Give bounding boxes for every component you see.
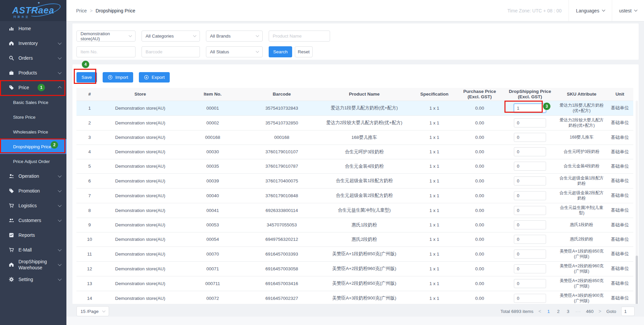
dropshipping-price-input[interactable] — [514, 191, 546, 200]
sidebar-item-orders[interactable]: Orders — [0, 51, 66, 65]
sidebar-item-inventory[interactable]: Inventory — [0, 36, 66, 51]
sidebar-item-logistics[interactable]: Logistics — [0, 198, 66, 213]
sku-attribute-cell: 爱达力1段婴儿配方奶粉(优+配方) — [557, 101, 606, 115]
goto-page-input[interactable] — [621, 307, 635, 316]
dropshipping-price-input[interactable] — [514, 133, 546, 142]
save-button[interactable]: Save — [76, 72, 97, 83]
sidebar-item-price[interactable]: Price — [0, 80, 66, 95]
dropshipping-price-input[interactable] — [514, 176, 546, 185]
brand-name: ASTRaea — [12, 5, 54, 16]
brand-subtitle: 阿斯米亚 — [13, 15, 30, 19]
languages-menu[interactable]: Languages — [569, 0, 611, 21]
row-index-cell: 12 — [76, 261, 103, 276]
specification-cell: 1 x 1 — [413, 218, 456, 232]
unit-cell: 基础单位 — [606, 291, 633, 304]
page-size-select[interactable]: 15 /Page — [76, 306, 109, 316]
scrollbar-thumb[interactable] — [636, 256, 638, 304]
search-button[interactable]: Search — [269, 46, 292, 57]
breadcrumb-parent[interactable]: Price — [76, 8, 87, 13]
item-no-input[interactable] — [76, 46, 136, 57]
sidebar-subitem-wholesales-price[interactable]: Wholesales Price — [0, 124, 66, 139]
item-no-cell: 000168 — [178, 130, 248, 145]
barcode-input[interactable] — [142, 46, 200, 57]
sidebar-item-customers[interactable]: Customers — [0, 213, 66, 228]
item-no-cell: 00070 — [178, 247, 248, 261]
specification-cell: 1 x 1 — [413, 130, 456, 145]
item-no-cell: 00002 — [178, 115, 248, 130]
sidebar-item-operation[interactable]: Operation — [0, 169, 66, 183]
brand-select[interactable]: All Brands — [206, 31, 263, 42]
status-select[interactable]: All Status — [206, 46, 263, 57]
breadcrumb: Price > Dropshipping Price — [76, 0, 135, 21]
dropshipping-price-input[interactable] — [514, 118, 546, 127]
unit-cell: 基础单位 — [606, 276, 633, 291]
sidebar-item-products[interactable]: Products — [0, 65, 66, 80]
chevron-down-icon — [58, 41, 61, 45]
row-index-cell: 8 — [76, 203, 103, 218]
sidebar-item-reports[interactable]: Reports — [0, 228, 66, 242]
sku-attribute-cell: 合生元超级金装1段配方奶粉 — [557, 173, 606, 188]
sidebar-item-promotion[interactable]: Promotion — [0, 183, 66, 198]
sidebar-item-home[interactable]: Home — [0, 21, 66, 36]
chevron-down-icon — [58, 188, 61, 192]
chevron-down-icon — [58, 218, 61, 222]
next-page-button[interactable]: > — [599, 309, 601, 314]
chevron-down-icon — [102, 309, 106, 312]
column-header-barcode: Barcode — [248, 88, 316, 101]
product-name-cell: 合生元益生菌冲剂(儿童型) — [316, 203, 413, 218]
chevron-down-icon — [256, 50, 259, 53]
dropshipping-price-input[interactable] — [514, 250, 546, 259]
prev-page-button[interactable]: < — [538, 309, 541, 314]
sidebar-subitem-basic-sales-price[interactable]: Basic Sales Price — [0, 95, 66, 110]
specification-cell: 1 x 1 — [413, 203, 456, 218]
product-name-cell: 惠氏2段奶粉 — [316, 232, 413, 247]
category-select[interactable]: All Categories — [142, 31, 200, 42]
dropshipping-price-input[interactable] — [514, 104, 546, 113]
sku-attribute-cell: 惠氏2段奶粉 — [557, 232, 606, 247]
sidebar-item-dropshipping-warehouse[interactable]: DropShipping Warehouse — [0, 257, 66, 272]
page-number-460[interactable]: 460 — [586, 309, 594, 314]
sidebar-item-e-mall[interactable]: E-Mall — [0, 242, 66, 257]
product-name-input[interactable] — [269, 31, 330, 42]
export-button[interactable]: Export — [139, 72, 170, 83]
barcode-cell: 000168 — [248, 130, 316, 145]
sidebar-subitem-price-adjust-order[interactable]: Price Adjust Order — [0, 154, 66, 169]
dropshipping-price-input[interactable] — [514, 162, 546, 171]
store-select[interactable]: Demonstration store(AU) — [76, 31, 136, 42]
purchase-price-cell: 0.00 — [456, 115, 503, 130]
table-row: 12Demonstration store(AU)000716916457003… — [76, 261, 633, 276]
column-header-: # — [76, 88, 103, 101]
sidebar-subitem-dropshipping-price[interactable]: Dropshipping Price — [0, 139, 66, 154]
barcode-cell: 3575410732850 — [248, 115, 316, 130]
row-index-cell: 6 — [76, 173, 103, 188]
table-row: 14Demonstration store(AU)000726916457002… — [76, 291, 633, 304]
dropshipping-price-input[interactable] — [514, 279, 546, 288]
dropshipping-price-input[interactable] — [514, 147, 546, 156]
row-index-cell: 1 — [76, 101, 103, 115]
purchase-price-cell: 0.00 — [456, 291, 503, 304]
dropshipping-price-input[interactable] — [514, 264, 546, 273]
table-panel: Save Import Export #StoreItem No.Barcode… — [72, 64, 639, 304]
timezone-display: Time Zone: UTC + 08 : 00 — [500, 0, 569, 21]
store-cell: Demonstration store(AU) — [103, 173, 178, 188]
page-number-1[interactable]: 1 — [546, 309, 551, 314]
page-number-2[interactable]: 2 — [556, 309, 561, 314]
import-button[interactable]: Import — [103, 72, 133, 83]
store-cell: Demonstration store(AU) — [103, 159, 178, 173]
dropshipping-price-input[interactable] — [514, 220, 546, 229]
reset-button[interactable]: Reset — [295, 46, 313, 57]
page-number-3[interactable]: 3 — [566, 309, 571, 314]
specification-cell: 1 x 1 — [413, 276, 456, 291]
sidebar-subitem-store-price[interactable]: Store Price — [0, 110, 66, 124]
sidebar-item-setting[interactable]: Setting — [0, 272, 66, 287]
sku-attribute-cell: 合生元益生菌冲剂(儿童型) — [557, 203, 606, 218]
dropshipping-price-input[interactable] — [514, 235, 546, 244]
dropshipping-price-input[interactable] — [514, 294, 546, 303]
brand-logo: ✦ ASTRaea 阿斯米亚 — [0, 0, 66, 21]
dropshipping-price-input[interactable] — [514, 206, 546, 215]
specification-cell: 1 x 1 — [413, 247, 456, 261]
table-scrollbar[interactable] — [636, 101, 638, 303]
sku-attribute-cell: 美赞臣A+2段奶粉850克(广州版) — [557, 276, 606, 291]
user-menu[interactable]: ustest — [612, 0, 644, 21]
store-cell: Demonstration store(AU) — [103, 218, 178, 232]
